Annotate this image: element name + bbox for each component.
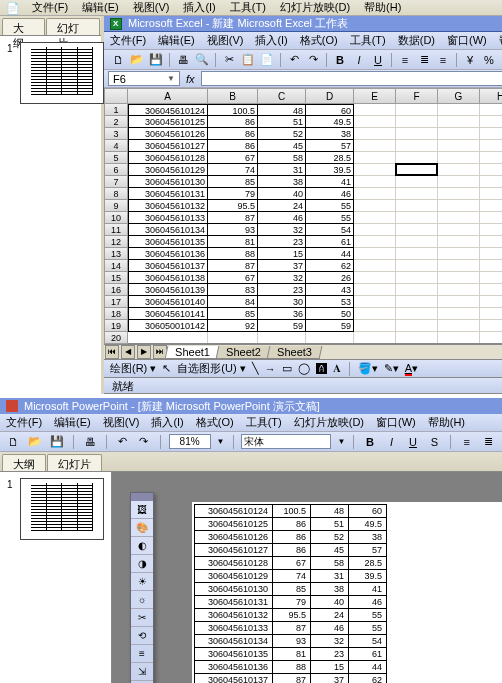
more-bright-icon[interactable]: ☀ [131,573,153,591]
open-icon[interactable]: 📂 [129,52,145,68]
table-cell[interactable]: 93 [273,635,311,648]
table-cell[interactable]: 38 [349,531,387,544]
cell[interactable] [354,188,396,200]
cell[interactable] [480,224,502,236]
cell[interactable] [396,152,438,164]
cell[interactable] [438,128,480,140]
cell[interactable]: 58 [258,152,306,164]
fill-color-icon[interactable]: 🪣▾ [358,362,378,375]
cell[interactable] [396,284,438,296]
table-cell[interactable]: 86 [273,531,311,544]
col-header[interactable]: D [306,88,354,104]
menu-view[interactable]: 视图(V) [133,0,170,15]
cell[interactable]: 93 [208,224,258,236]
cell[interactable] [480,152,502,164]
cell[interactable] [438,248,480,260]
table-cell[interactable]: 85 [273,583,311,596]
row-header[interactable]: 12 [104,236,128,248]
row-header[interactable]: 13 [104,248,128,260]
cell[interactable]: 306045610136 [128,248,208,260]
preview-icon[interactable]: 🔍 [194,52,210,68]
pp-menu-item[interactable]: 帮助(H) [428,415,465,430]
menu-slideshow[interactable]: 幻灯片放映(D) [280,0,350,15]
rotate-icon[interactable]: ⟲ [131,627,153,645]
excel-menu-item[interactable]: 编辑(E) [158,33,195,48]
undo-icon[interactable]: ↶ [286,52,302,68]
wordart-icon[interactable]: 𝐀 [333,362,341,375]
cell[interactable] [438,272,480,284]
table-cell[interactable]: 58 [311,557,349,570]
cell[interactable]: 41 [306,176,354,188]
cell[interactable]: 38 [306,128,354,140]
slide-canvas[interactable]: 🖼 🎨 ◐ ◑ ☀ ☼ ✂ ⟲ ≡ ⇲ ◌ ↺ 306045610124100.… [112,472,502,683]
table-cell[interactable]: 306045610132 [195,609,273,622]
table-cell[interactable]: 55 [349,609,387,622]
table-cell[interactable]: 54 [349,635,387,648]
cell[interactable]: 306045610141 [128,308,208,320]
cell[interactable] [480,140,502,152]
cell[interactable]: 88 [208,248,258,260]
cell[interactable] [396,176,438,188]
cell[interactable] [480,176,502,188]
pp-menubar[interactable]: 文件(F)编辑(E)视图(V)插入(I)格式(O)工具(T)幻灯片放映(D)窗口… [0,414,502,432]
cell[interactable] [208,332,258,343]
table-cell[interactable]: 86 [273,544,311,557]
cell[interactable]: 92 [208,320,258,332]
col-header[interactable]: H [480,88,502,104]
cell[interactable]: 306045610132 [128,200,208,212]
sheet-tab-1[interactable]: Sheet1 [165,346,221,359]
table-cell[interactable]: 61 [349,648,387,661]
row-header[interactable]: 1 [104,104,128,116]
chevron-down-icon[interactable]: ▼ [167,74,175,83]
cell[interactable] [354,272,396,284]
table-cell[interactable]: 100.5 [273,505,311,518]
cell[interactable]: 43 [306,284,354,296]
cell[interactable]: 46 [258,212,306,224]
cell[interactable]: 31 [258,164,306,176]
rect-icon[interactable]: ▭ [282,362,292,375]
pp-titlebar[interactable]: Microsoft PowerPoint - [新建 Microsoft Pow… [0,398,502,414]
pp-menu-item[interactable]: 视图(V) [103,415,140,430]
cell[interactable]: 50 [306,308,354,320]
pp-menu-item[interactable]: 插入(I) [151,415,183,430]
excel-menu-item[interactable]: 工具(T) [350,33,386,48]
embedded-table[interactable]: 306045610124100.54860306045610125865149.… [194,504,387,683]
cell[interactable]: 85 [208,308,258,320]
pp-menu-item[interactable]: 文件(F) [6,415,42,430]
table-cell[interactable]: 88 [273,661,311,674]
table-cell[interactable]: 306045610125 [195,518,273,531]
cell[interactable] [354,248,396,260]
cell[interactable] [128,332,208,343]
cell[interactable] [396,140,438,152]
picture-toolbar[interactable]: 🖼 🎨 ◐ ◑ ☀ ☼ ✂ ⟲ ≡ ⇲ ◌ ↺ [130,492,154,683]
menu-file[interactable]: 文件(F) [32,0,68,15]
outline-tabstrip[interactable]: 大纲 幻灯片 [0,16,101,36]
row-header[interactable]: 14 [104,260,128,272]
cell[interactable] [396,200,438,212]
percent-icon[interactable]: % [481,52,497,68]
cell[interactable] [480,320,502,332]
underline-icon[interactable]: U [405,434,420,450]
cell[interactable]: 45 [258,140,306,152]
row-header[interactable]: 18 [104,308,128,320]
cell[interactable] [438,200,480,212]
cell[interactable]: 55 [306,200,354,212]
table-cell[interactable]: 48 [311,505,349,518]
table-cell[interactable]: 45 [311,544,349,557]
cell[interactable] [354,140,396,152]
excel-menu-item[interactable]: 插入(I) [255,33,287,48]
less-bright-icon[interactable]: ☼ [131,591,153,609]
cell[interactable] [354,116,396,128]
row-header[interactable]: 3 [104,128,128,140]
arrow-icon[interactable]: → [265,363,276,375]
bold-icon[interactable]: B [332,52,348,68]
align-left-icon[interactable]: ≡ [459,434,474,450]
table-cell[interactable]: 41 [349,583,387,596]
cell[interactable] [438,116,480,128]
cell[interactable] [354,284,396,296]
table-cell[interactable]: 81 [273,648,311,661]
cell[interactable]: 49.5 [306,116,354,128]
cell[interactable]: 306045610125 [128,116,208,128]
autoshapes-menu[interactable]: 自选图形(U) ▾ [177,361,245,376]
cell[interactable] [306,332,354,343]
